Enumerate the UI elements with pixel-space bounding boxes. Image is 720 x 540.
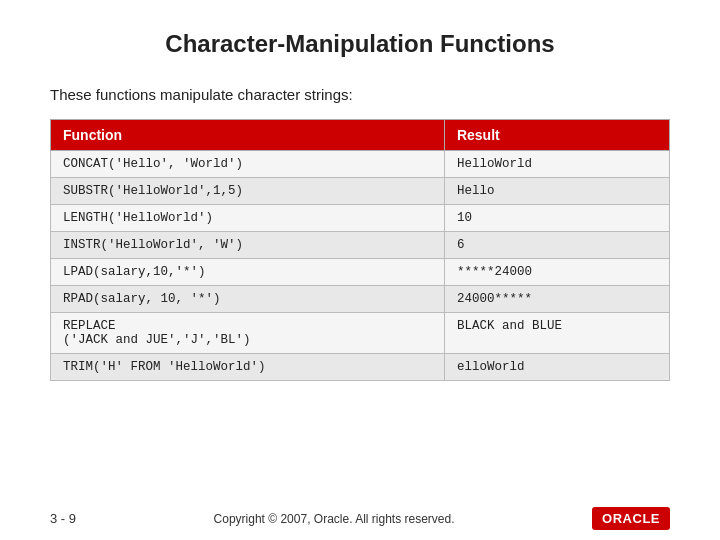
oracle-logo: ORACLE [592,507,670,530]
intro-text: These functions manipulate character str… [50,86,670,103]
cell-function: TRIM('H' FROM 'HelloWorld') [51,354,445,381]
page-container: Character-Manipulation Functions These f… [0,0,720,540]
copyright-text: Copyright © 2007, Oracle. All rights res… [76,512,592,526]
table-row: LPAD(salary,10,'*')*****24000 [51,259,670,286]
cell-function: LENGTH('HelloWorld') [51,205,445,232]
cell-result: 6 [444,232,669,259]
cell-function: CONCAT('Hello', 'World') [51,151,445,178]
main-content: Character-Manipulation Functions These f… [0,0,720,499]
cell-result: 24000***** [444,286,669,313]
cell-function: RPAD(salary, 10, '*') [51,286,445,313]
cell-function: LPAD(salary,10,'*') [51,259,445,286]
table-row: INSTR('HelloWorld', 'W')6 [51,232,670,259]
cell-result: BLACK and BLUE [444,313,669,354]
cell-function: INSTR('HelloWorld', 'W') [51,232,445,259]
table-row: REPLACE ('JACK and JUE','J','BL')BLACK a… [51,313,670,354]
cell-result: elloWorld [444,354,669,381]
page-number: 3 - 9 [50,511,76,526]
cell-result: HelloWorld [444,151,669,178]
table-row: SUBSTR('HelloWorld',1,5)Hello [51,178,670,205]
cell-function: REPLACE ('JACK and JUE','J','BL') [51,313,445,354]
cell-result: *****24000 [444,259,669,286]
col-header-result: Result [444,120,669,151]
table-row: LENGTH('HelloWorld')10 [51,205,670,232]
cell-result: Hello [444,178,669,205]
table-row: CONCAT('Hello', 'World')HelloWorld [51,151,670,178]
table-row: TRIM('H' FROM 'HelloWorld')elloWorld [51,354,670,381]
cell-function: SUBSTR('HelloWorld',1,5) [51,178,445,205]
table-header-row: Function Result [51,120,670,151]
table-row: RPAD(salary, 10, '*')24000***** [51,286,670,313]
page-title: Character-Manipulation Functions [50,30,670,58]
oracle-logo-text: ORACLE [592,507,670,530]
cell-result: 10 [444,205,669,232]
functions-table: Function Result CONCAT('Hello', 'World')… [50,119,670,381]
footer: 3 - 9 Copyright © 2007, Oracle. All righ… [0,499,720,540]
col-header-function: Function [51,120,445,151]
